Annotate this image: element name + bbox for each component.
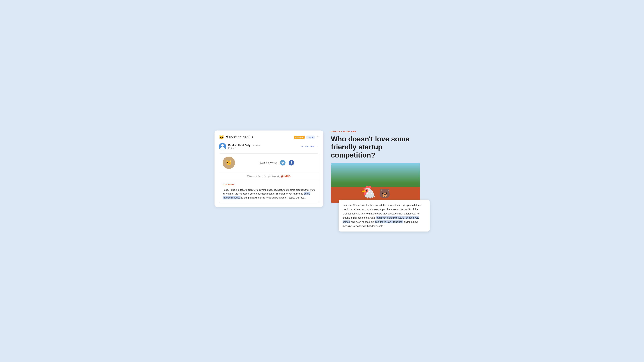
avatar xyxy=(219,143,226,150)
article-title: Who doesn't love some friendly startup c… xyxy=(331,135,428,159)
sender-name-row: Product Hunt Daily 8:43 AM xyxy=(228,144,299,147)
read-in-browser-link[interactable]: Read in browser xyxy=(259,161,277,164)
stadium-background: 🐔 🐻 xyxy=(331,163,420,203)
right-panel: PRODUCT HIGHLIGHT Who doesn't love some … xyxy=(330,130,430,232)
sender-time: 8:43 AM xyxy=(252,144,260,147)
sponsor-line: This newsletter is brought to you by gui… xyxy=(219,172,319,180)
sender-to[interactable]: to me ▾ xyxy=(228,147,299,149)
product-hunt-logo: 🐱 xyxy=(223,157,235,169)
quirky-highlight: quirky xyxy=(304,192,310,195)
to-label: to me xyxy=(228,147,234,149)
sender-row: Product Hunt Daily 8:43 AM to me ▾ Unsub… xyxy=(219,143,319,150)
white-mascot-icon: 🐔 xyxy=(360,186,376,198)
marketing-tactics-highlight: marketing tactics xyxy=(223,196,241,199)
more-options-button[interactable]: ··· xyxy=(316,145,319,148)
unsubscribe-button[interactable]: Unsubscribe xyxy=(301,145,314,148)
external-badge: External xyxy=(294,136,305,139)
top-news-section: TOP NEWS Happy Friday! In today's digest… xyxy=(219,180,319,203)
comment-text-part2: and even handed out xyxy=(350,221,375,223)
facebook-icon[interactable] xyxy=(288,160,294,165)
star-icon[interactable]: ☆ xyxy=(316,135,319,139)
sponsor-text: This newsletter is brought to you by xyxy=(247,175,280,177)
black-mascot-icon: 🐻 xyxy=(379,189,390,198)
avatar-head xyxy=(221,144,224,147)
sender-info: Product Hunt Daily 8:43 AM to me ▾ xyxy=(228,144,299,149)
twitter-icon[interactable] xyxy=(280,160,286,165)
avatar-body xyxy=(220,147,225,150)
article-section: PRODUCT HIGHLIGHT Who doesn't love some … xyxy=(330,130,430,206)
top-news-label: TOP NEWS xyxy=(223,183,315,186)
ph-logo-image: 🐱 xyxy=(223,157,235,169)
article-image: 🐔 🐻 xyxy=(331,163,420,203)
email-title: Marketing genius xyxy=(226,135,292,139)
sender-name: Product Hunt Daily xyxy=(228,144,250,147)
top-news-body: Happy Friday! In today's digest, I'm cov… xyxy=(223,188,315,200)
email-header: 🐱 Marketing genius External Inbox ☆ xyxy=(219,135,319,140)
highlight-cookies: cookies in San Francisco, xyxy=(375,220,403,223)
email-body-header: 🐱 Read in browser xyxy=(219,154,319,172)
chevron-down-icon: ▾ xyxy=(234,147,236,149)
main-container: 🐱 Marketing genius External Inbox ☆ Prod… xyxy=(214,130,430,232)
comment-bubble: Helicone AI was eventually crowned the w… xyxy=(339,200,430,232)
sponsor-brand[interactable]: guidde. xyxy=(281,175,291,178)
email-body-actions: Read in browser xyxy=(238,160,315,165)
sender-actions: Unsubscribe ··· xyxy=(301,145,319,148)
email-panel: 🐱 Marketing genius External Inbox ☆ Prod… xyxy=(214,130,323,207)
cat-icon: 🐱 xyxy=(219,135,224,140)
avatar-person-icon xyxy=(220,144,225,149)
mascot-container: 🐔 🐻 xyxy=(360,186,390,198)
inbox-badge: Inbox xyxy=(306,136,314,139)
email-body: 🐱 Read in browser This newsletter is bro… xyxy=(219,153,319,203)
product-highlight-label: PRODUCT HIGHLIGHT xyxy=(331,130,428,133)
